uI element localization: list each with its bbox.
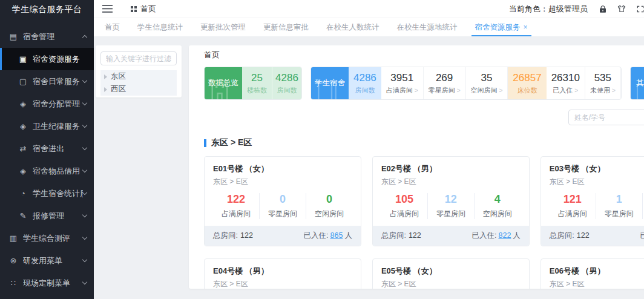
tree-node-label: 西区 <box>111 84 126 94</box>
menu-item-label: 现场定制菜单 <box>23 278 83 289</box>
building-name: E05号楼 （女） <box>381 266 521 277</box>
content-area: 东区 西区 首页 数据总览 <box>94 36 644 299</box>
page-tab[interactable]: 更新信息审批× <box>263 18 309 36</box>
building-card[interactable]: E02号楼 （男） 东区 > E区 105 占满房间 12 零星房间 <box>372 156 530 246</box>
building-name: E02号楼 （男） <box>381 163 521 174</box>
chevron-down-icon <box>82 168 87 172</box>
building-stats: 122 占满房间 0 零星房间 0 空闲房间 <box>213 193 352 226</box>
building-area: 东区 > E区 <box>213 279 352 289</box>
other-card: 其他 31 房间数> <box>630 67 644 100</box>
page-tab[interactable]: 更新批次管理× <box>200 18 246 36</box>
page-tab[interactable]: 宿舍资源服务× <box>475 18 528 36</box>
tree-node[interactable]: 西区 <box>100 83 177 96</box>
edit-square-icon: ✎ <box>18 211 28 220</box>
dorm-stat-cell[interactable]: 4286 房间数> <box>349 67 381 99</box>
full-rooms-stat: 105 占满房间 <box>381 193 427 219</box>
chevron-down-icon <box>82 257 87 262</box>
dorm-stat-cell[interactable]: 35 空闲房间> <box>466 67 508 99</box>
sidebar-menu-item[interactable]: ◔ 学生宿舍统计服务 <box>0 182 94 205</box>
building-name: E06号楼 （男） <box>550 266 644 277</box>
sidebar-menu-item[interactable]: ▢ 宿舍日常服务 <box>0 70 94 93</box>
dorm-stat-cell[interactable]: 26310 已入住> <box>547 67 585 99</box>
section-accent-bar <box>204 139 206 147</box>
occupied-count-link[interactable]: 822 <box>498 231 511 240</box>
search-row: 高级查询 <box>204 110 644 125</box>
occupied-count-link[interactable]: 865 <box>330 231 343 240</box>
sidebar-menu-item[interactable]: ◈ 宿舍分配管理 <box>0 93 94 115</box>
building-card[interactable]: E03号楼 （女） 东区 > E区 121 占满房间 1 零星房间 <box>540 156 644 246</box>
overview-card-title: 数据总览 <box>205 67 242 99</box>
arrow-right-icon: > <box>457 87 461 94</box>
grid-icon: ∷ <box>8 278 18 288</box>
tree-node-label: 东区 <box>111 71 126 82</box>
lock-icon[interactable] <box>599 5 607 13</box>
building-card[interactable]: E04号楼 （男） 东区 > E区 123 占满房间 10 零星房间 <box>204 258 361 289</box>
student-search-input[interactable] <box>568 110 644 125</box>
page-tab[interactable]: 在校生生源地统计× <box>397 18 458 36</box>
dorm-stat-cell[interactable]: 269 零星房间> <box>424 67 466 99</box>
fullscreen-icon[interactable] <box>636 5 644 13</box>
sidebar-menu: ▤ 宿舍管理 ▣ 宿舍资源服务 ▢ 宿舍日常服务 ◈ 宿舍分配管理 <box>0 25 94 294</box>
building-area: 东区 > E区 <box>381 279 521 289</box>
theme-shirt-icon[interactable] <box>617 4 626 13</box>
page-tab[interactable]: 学生信息统计× <box>137 18 183 36</box>
page-title: 首页 <box>204 50 644 61</box>
sidebar-menu-item[interactable]: ▣ 宿舍资源服务 <box>0 48 94 70</box>
building-card-footer: 总房间:122 已入住:822人 <box>373 226 529 246</box>
tag-icon: ◈ <box>18 166 28 176</box>
arrow-right-icon: > <box>612 87 616 94</box>
sidebar-menu-item[interactable]: ▥ 学生综合测评 <box>0 227 94 249</box>
book-icon: ▢ <box>18 77 28 86</box>
sidebar-menu-item[interactable]: ✎ 报修管理 <box>0 205 94 227</box>
tree-filter-input[interactable] <box>100 51 177 65</box>
sidebar-menu-item[interactable]: ▤ 宿舍管理 <box>0 25 94 48</box>
sidebar-menu-item[interactable]: ∷ 现场定制菜单 <box>0 272 94 294</box>
breadcrumb[interactable]: 首页 <box>131 4 156 15</box>
menu-item-label: 宿舍管理 <box>23 31 83 42</box>
other-card-title: 其他 <box>631 67 644 99</box>
main-panel: 首页 数据总览 25 楼栋数 <box>189 45 644 289</box>
building-card-footer: 总房间:122 已入住:875人 <box>541 226 644 246</box>
caret-right-icon <box>104 87 107 92</box>
sidebar: 学生综合服务平台 ▤ 宿舍管理 ▣ 宿舍资源服务 ▢ 宿舍日常服务 <box>0 0 94 299</box>
page-tab[interactable]: 在校生人数统计× <box>326 18 380 36</box>
transfer-icon: ⇄ <box>18 144 28 153</box>
building-card[interactable]: E06号楼 （男） 东区 > E区 125 占满房间 8 零星房间 <box>540 258 644 289</box>
arrow-right-icon: > <box>574 87 578 94</box>
sidebar-menu-item[interactable]: ⇄ 宿舍进出 <box>0 137 94 160</box>
dorm-stat-cell[interactable]: 3951 占满房间> <box>381 67 424 99</box>
overview-stat-cell: 25 楼栋数 <box>242 67 272 99</box>
filter-panel: 东区 西区 <box>96 45 182 97</box>
sidebar-menu-item[interactable]: ◈ 卫生纪律服务 <box>0 115 94 137</box>
sidebar-menu-item[interactable]: ⊗ 研发用菜单 <box>0 249 94 272</box>
chevron-down-icon <box>82 235 87 240</box>
building-name: E03号楼 （女） <box>550 163 644 174</box>
building-card[interactable]: E05号楼 （女） 东区 > E区 124 占满房间 10 零星房间 <box>372 258 530 289</box>
caret-right-icon <box>104 74 107 79</box>
chevron-down-icon <box>82 100 87 105</box>
chevron-down-icon <box>82 190 87 195</box>
menu-item-label: 报修管理 <box>33 211 83 222</box>
page-tab[interactable]: 首页× <box>105 18 120 36</box>
dorm-stat-cell[interactable]: 26857 床位数> <box>508 67 546 99</box>
chevron-down-icon <box>82 78 87 83</box>
menu-item-label: 宿舍资源服务 <box>33 54 87 65</box>
close-icon[interactable]: × <box>524 23 528 31</box>
tree-node[interactable]: 东区 <box>100 70 177 83</box>
document-edit-icon: ▥ <box>8 234 18 243</box>
building-area: 东区 > E区 <box>550 279 644 289</box>
free-rooms-stat: 0 空闲房间 <box>306 193 352 219</box>
hamburger-menu-icon[interactable] <box>102 5 113 13</box>
menu-item-label: 学生综合测评 <box>23 233 83 244</box>
menu-item-label: 宿舍分配管理 <box>33 99 83 110</box>
building-card[interactable]: E01号楼 （女） 东区 > E区 122 占满房间 0 零星房间 <box>204 156 361 246</box>
tab-bar: 首页× 学生信息统计× 更新批次管理× 更新信息审批× 在校生人数统计× 在校生… <box>94 18 644 36</box>
overview-stats: 25 楼栋数 4286 房间数 <box>242 67 301 99</box>
sidebar-menu-item[interactable]: ◈ 宿舍物品借用 <box>0 160 94 182</box>
building-area: 东区 > E区 <box>381 177 521 187</box>
student-dorm-card-title: 学生宿舍 <box>311 67 349 99</box>
circle-close-icon: ⊗ <box>8 256 18 265</box>
menu-item-label: 宿舍日常服务 <box>33 76 83 87</box>
chevron-down-icon <box>82 123 87 128</box>
dorm-stat-cell[interactable]: 535 未使用> <box>585 67 621 99</box>
